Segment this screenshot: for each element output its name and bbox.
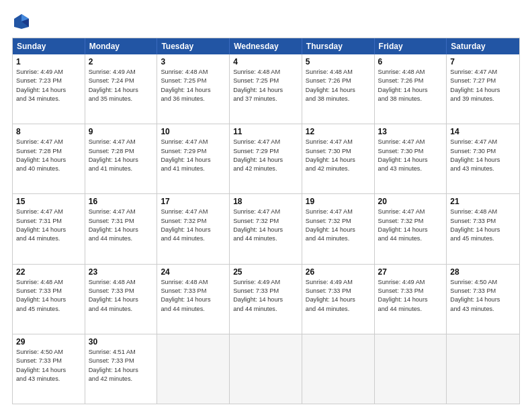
empty-4 [375,334,447,404]
header-thursday: Thursday [302,38,375,54]
day-14: 14 Sunrise: 4:47 AMSunset: 7:30 PMDaylig… [447,124,519,193]
day-18: 18 Sunrise: 4:47 AMSunset: 7:32 PMDaylig… [230,194,302,263]
day-2: 2 Sunrise: 4:49 AMSunset: 7:24 PMDayligh… [85,54,158,124]
day-3: 3 Sunrise: 4:48 AMSunset: 7:25 PMDayligh… [157,54,230,124]
calendar-page: Sunday Monday Tuesday Wednesday Thursday… [0,0,532,411]
day-16: 16 Sunrise: 4:47 AMSunset: 7:31 PMDaylig… [85,194,158,263]
header-friday: Friday [375,38,447,54]
calendar-grid: Sunday Monday Tuesday Wednesday Thursday… [12,38,520,404]
page-header [12,12,520,31]
day-24: 24 Sunrise: 4:48 AMSunset: 7:33 PMDaylig… [157,265,230,334]
logo-icon [12,12,31,31]
week-4: 22 Sunrise: 4:48 AMSunset: 7:33 PMDaylig… [13,264,519,334]
day-7: 7 Sunrise: 4:47 AMSunset: 7:27 PMDayligh… [447,54,519,124]
header-sunday: Sunday [13,38,85,54]
day-17: 17 Sunrise: 4:47 AMSunset: 7:32 PMDaylig… [157,194,230,263]
day-13: 13 Sunrise: 4:47 AMSunset: 7:30 PMDaylig… [375,124,447,193]
header-monday: Monday [85,38,158,54]
header-saturday: Saturday [447,38,519,54]
logo [12,12,34,31]
calendar-body: 1 Sunrise: 4:49 AMSunset: 7:23 PMDayligh… [13,54,519,404]
day-20: 20 Sunrise: 4:47 AMSunset: 7:32 PMDaylig… [375,194,447,263]
week-3: 15 Sunrise: 4:47 AMSunset: 7:31 PMDaylig… [13,193,519,263]
day-10: 10 Sunrise: 4:47 AMSunset: 7:29 PMDaylig… [157,124,230,193]
week-2: 8 Sunrise: 4:47 AMSunset: 7:28 PMDayligh… [13,124,519,193]
day-27: 27 Sunrise: 4:49 AMSunset: 7:33 PMDaylig… [375,265,447,334]
day-1: 1 Sunrise: 4:49 AMSunset: 7:23 PMDayligh… [13,54,85,124]
day-23: 23 Sunrise: 4:48 AMSunset: 7:33 PMDaylig… [85,265,158,334]
day-26: 26 Sunrise: 4:49 AMSunset: 7:33 PMDaylig… [302,265,375,334]
calendar-header: Sunday Monday Tuesday Wednesday Thursday… [13,38,519,54]
header-tuesday: Tuesday [157,38,230,54]
day-25: 25 Sunrise: 4:49 AMSunset: 7:33 PMDaylig… [230,265,302,334]
day-5: 5 Sunrise: 4:48 AMSunset: 7:26 PMDayligh… [302,54,375,124]
day-6: 6 Sunrise: 4:48 AMSunset: 7:26 PMDayligh… [375,54,447,124]
day-29: 29 Sunrise: 4:50 AMSunset: 7:33 PMDaylig… [13,334,85,404]
empty-2 [230,334,302,404]
week-5: 29 Sunrise: 4:50 AMSunset: 7:33 PMDaylig… [13,334,519,404]
day-4: 4 Sunrise: 4:48 AMSunset: 7:25 PMDayligh… [230,54,302,124]
day-22: 22 Sunrise: 4:48 AMSunset: 7:33 PMDaylig… [13,265,85,334]
empty-1 [157,334,230,404]
day-30: 30 Sunrise: 4:51 AMSunset: 7:33 PMDaylig… [85,334,158,404]
day-21: 21 Sunrise: 4:48 AMSunset: 7:33 PMDaylig… [447,194,519,263]
day-19: 19 Sunrise: 4:47 AMSunset: 7:32 PMDaylig… [302,194,375,263]
header-wednesday: Wednesday [230,38,302,54]
empty-5 [447,334,519,404]
day-8: 8 Sunrise: 4:47 AMSunset: 7:28 PMDayligh… [13,124,85,193]
day-15: 15 Sunrise: 4:47 AMSunset: 7:31 PMDaylig… [13,194,85,263]
empty-3 [302,334,375,404]
day-9: 9 Sunrise: 4:47 AMSunset: 7:28 PMDayligh… [85,124,158,193]
day-12: 12 Sunrise: 4:47 AMSunset: 7:30 PMDaylig… [302,124,375,193]
week-1: 1 Sunrise: 4:49 AMSunset: 7:23 PMDayligh… [13,54,519,124]
day-11: 11 Sunrise: 4:47 AMSunset: 7:29 PMDaylig… [230,124,302,193]
day-28: 28 Sunrise: 4:50 AMSunset: 7:33 PMDaylig… [447,265,519,334]
